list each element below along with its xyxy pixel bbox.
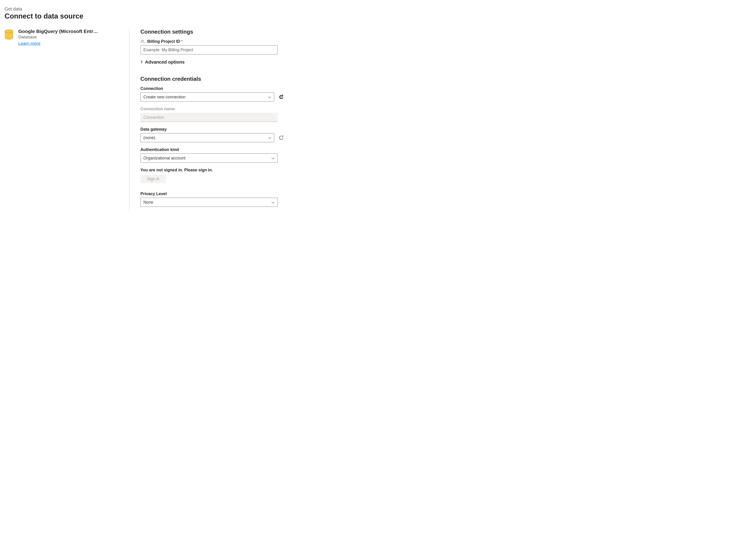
refresh-gateway-button[interactable] bbox=[278, 134, 285, 141]
learn-more-link[interactable]: Learn more bbox=[18, 41, 41, 46]
refresh-icon bbox=[279, 94, 284, 100]
data-gateway-select[interactable]: (none) bbox=[140, 133, 274, 142]
connection-select[interactable]: Create new connection bbox=[140, 93, 274, 102]
connection-name-label: Connection name bbox=[140, 107, 278, 111]
connection-name-input bbox=[140, 113, 278, 122]
connection-label: Connection bbox=[140, 86, 285, 91]
chevron-down-icon bbox=[268, 95, 271, 100]
svg-text:C: C bbox=[144, 41, 145, 43]
chevron-down-icon bbox=[268, 135, 271, 140]
chevron-down-icon bbox=[271, 156, 275, 160]
billing-project-label: ABC Billing Project ID* bbox=[140, 39, 278, 44]
advanced-options-toggle[interactable]: Advanced options bbox=[140, 59, 285, 65]
privacy-level-label: Privacy Level bbox=[140, 192, 278, 196]
chevron-down-icon bbox=[271, 200, 275, 205]
signin-button[interactable]: Sign in bbox=[140, 175, 166, 183]
database-icon bbox=[5, 29, 13, 41]
connector-category: Database bbox=[18, 34, 98, 40]
page-title: Connect to data source bbox=[5, 12, 751, 20]
connector-name: Google BigQuery (Microsoft Entra... bbox=[18, 29, 98, 34]
text-type-icon: ABC bbox=[140, 39, 146, 44]
connection-credentials-heading: Connection credentials bbox=[140, 76, 285, 82]
billing-project-input[interactable] bbox=[140, 45, 278, 54]
breadcrumb: Get data bbox=[5, 6, 751, 12]
authentication-kind-select[interactable]: Organizational account bbox=[140, 153, 278, 163]
refresh-icon bbox=[279, 135, 284, 141]
authentication-kind-label: Authentication kind bbox=[140, 147, 278, 152]
connection-settings-heading: Connection settings bbox=[140, 29, 285, 35]
connector-summary-panel: Google BigQuery (Microsoft Entra... Data… bbox=[5, 29, 129, 212]
refresh-connection-button[interactable] bbox=[278, 94, 285, 100]
chevron-right-icon bbox=[140, 60, 143, 65]
signin-status-message: You are not signed in. Please sign in. bbox=[140, 168, 285, 173]
privacy-level-select[interactable]: None bbox=[140, 198, 278, 207]
required-asterisk: * bbox=[181, 39, 183, 44]
data-gateway-label: Data gateway bbox=[140, 127, 285, 132]
